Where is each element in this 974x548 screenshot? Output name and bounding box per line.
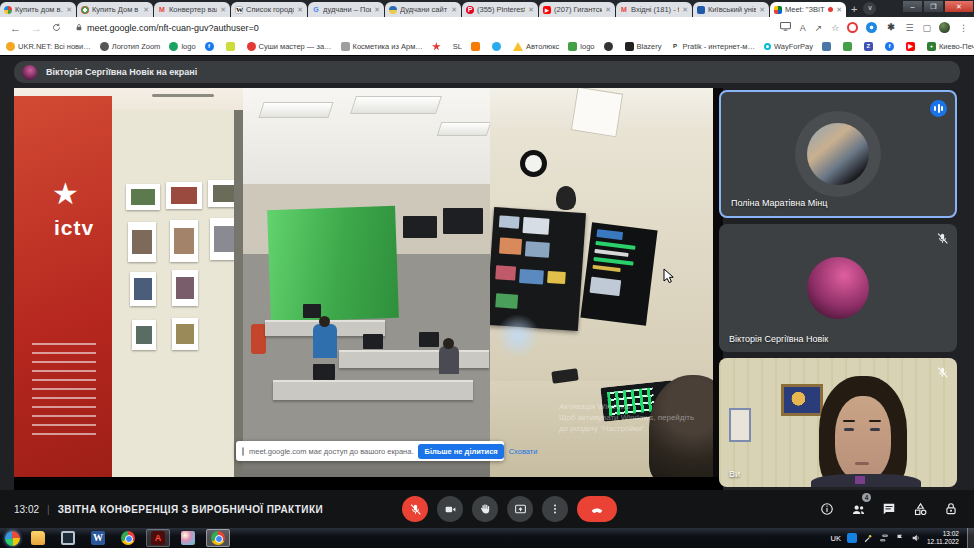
taskbar-explorer[interactable] xyxy=(26,529,50,547)
network-icon[interactable] xyxy=(879,533,889,543)
tab-wikipedia[interactable]: WСписок городо…✕ xyxy=(231,2,307,17)
tab-kupit-dom-1[interactable]: Купить дом в…✕ xyxy=(0,2,76,17)
bookmark-star-site[interactable] xyxy=(432,42,444,51)
tab-close-icon[interactable]: ✕ xyxy=(220,6,226,14)
extensions-puzzle-icon[interactable]: ✱ xyxy=(885,22,896,33)
action-center-flag-icon[interactable] xyxy=(895,533,905,543)
reading-list-icon[interactable]: ☰ xyxy=(905,23,913,33)
dark-object xyxy=(556,186,576,210)
tab-close-icon[interactable]: ✕ xyxy=(374,6,380,14)
bookmark-pratik[interactable]: PPratik - интернет-м… xyxy=(671,42,756,51)
bookmark-facebook[interactable]: f xyxy=(205,42,217,51)
bookmark-zoom[interactable]: Логотип Zoom xyxy=(100,42,161,51)
bookmark-autolux[interactable]: Автолюкс xyxy=(513,42,559,51)
raise-hand-button[interactable] xyxy=(472,496,498,522)
tab-gmail-inbox[interactable]: MВхідні (181) - t.u…✕ xyxy=(616,2,692,17)
window-minimize-button[interactable]: – xyxy=(902,0,923,13)
bookmark-logo[interactable]: logo xyxy=(169,42,195,51)
tab-close-icon[interactable]: ✕ xyxy=(451,6,457,14)
bookmark-youtube[interactable]: ▶ xyxy=(906,42,918,51)
omnibox[interactable]: meet.google.com/nft-cuan-guv?authuser=0 xyxy=(75,23,771,33)
tab-university[interactable]: Київський уніве…✕ xyxy=(693,2,769,17)
taskbar-paint[interactable] xyxy=(176,529,200,547)
mic-muted-button[interactable] xyxy=(402,496,428,522)
tab-youtube[interactable]: ▶(207) Гигантски…✕ xyxy=(539,2,615,17)
wall-picture xyxy=(729,408,751,442)
taskbar-chrome-active[interactable] xyxy=(206,529,230,547)
host-controls-button[interactable] xyxy=(942,494,960,524)
show-desktop-button[interactable] xyxy=(967,528,974,548)
tab-close-icon[interactable]: ✕ xyxy=(528,6,534,14)
taskbar-word[interactable]: W xyxy=(86,529,110,547)
tab-converter[interactable]: MКонвертер вал…✕ xyxy=(154,2,230,17)
window-close-button[interactable]: ✕ xyxy=(944,0,974,13)
refresh-icon[interactable] xyxy=(52,22,61,34)
back-icon[interactable]: ← xyxy=(10,22,21,34)
tab-close-icon[interactable]: ✕ xyxy=(66,6,72,14)
translate-icon[interactable]: A xyxy=(800,23,806,33)
hide-notice-link[interactable]: Сховати xyxy=(509,447,538,456)
extension-o-icon[interactable] xyxy=(847,22,858,33)
bookmark-lime[interactable] xyxy=(226,42,238,51)
window-maximize-button[interactable]: ❐ xyxy=(923,0,944,13)
tab-close-icon[interactable]: ✕ xyxy=(605,6,611,14)
tab-pinterest[interactable]: P(355) Pinterest✕ xyxy=(462,2,538,17)
tab-google-search[interactable]: Gдудчани – Пошу…✕ xyxy=(308,2,384,17)
bookmark-sushi-master[interactable]: Суши мастер — за… xyxy=(247,42,332,51)
bookmark-lavra[interactable]: +Киево-Печерская… xyxy=(927,42,974,51)
profile-avatar[interactable] xyxy=(939,22,950,33)
extension-globe-icon[interactable] xyxy=(866,22,877,33)
tab-close-icon[interactable]: ✕ xyxy=(836,6,842,14)
camera-button[interactable] xyxy=(437,496,463,522)
bookmark-facebook-2[interactable]: f xyxy=(885,42,897,51)
stop-sharing-button[interactable]: Більше не ділитися xyxy=(418,444,503,459)
bookmark-blazery[interactable]: Blazery xyxy=(625,42,662,51)
bookmark-sl[interactable]: SL xyxy=(453,42,462,51)
participants-button[interactable]: 4 xyxy=(849,494,867,524)
taskbar-clock[interactable]: 13:02 12.11.2022 xyxy=(927,530,959,546)
tab-close-icon[interactable]: ✕ xyxy=(682,6,688,14)
tab-search-chevron-icon[interactable]: ∨ xyxy=(863,2,876,15)
taskbar-chrome[interactable] xyxy=(116,529,140,547)
start-button[interactable] xyxy=(5,531,20,546)
bookmark-kosmetika[interactable]: Косметика из Арм… xyxy=(341,42,423,51)
tab-close-icon[interactable]: ✕ xyxy=(759,6,765,14)
share-icon[interactable]: ↗ xyxy=(815,23,823,33)
bookmark-logo-2[interactable]: logo xyxy=(568,42,594,51)
new-tab-button[interactable]: + xyxy=(851,3,857,15)
bookmark-cloud[interactable] xyxy=(604,42,616,51)
more-options-button[interactable] xyxy=(542,496,568,522)
bookmark-telegram[interactable] xyxy=(492,42,504,51)
bookmark-star-icon[interactable]: ☆ xyxy=(831,23,839,33)
self-video-tile[interactable]: Ви xyxy=(719,358,957,487)
bookmark-vk[interactable] xyxy=(822,42,834,51)
tab-close-icon[interactable]: ✕ xyxy=(143,6,149,14)
side-panel-icon[interactable]: ▢ xyxy=(922,23,931,33)
presenting-banner-text: Вікторія Сергіївна Новік на екрані xyxy=(46,67,197,77)
tray-tool-icon[interactable] xyxy=(863,533,873,543)
tab-kupit-dom-2[interactable]: Купить Дом в Ф…✕ xyxy=(77,2,153,17)
taskbar-acrobat[interactable]: A xyxy=(146,529,170,547)
participant-tile-polina[interactable]: Поліна Маратівна Мінц xyxy=(719,90,957,218)
leave-call-button[interactable] xyxy=(577,496,617,522)
teamviewer-icon[interactable] xyxy=(847,533,857,543)
tab-dudchany[interactable]: Дудчани сайт с…✕ xyxy=(385,2,461,17)
bookmark-wayforpay[interactable]: WayForPay xyxy=(764,42,813,51)
tab-sharing-icon[interactable] xyxy=(780,22,791,33)
bookmark-z[interactable]: Z xyxy=(864,42,876,51)
bookmark-green[interactable] xyxy=(843,42,855,51)
tab-meet-active[interactable]: Meet: "ЗВІТ…✕ xyxy=(770,2,846,17)
forward-icon[interactable]: → xyxy=(31,22,42,34)
bookmark-ukrnet[interactable]: UKR.NET: Всі нови… xyxy=(6,42,91,51)
chrome-menu-icon[interactable]: ⋮ xyxy=(959,23,968,33)
tab-close-icon[interactable]: ✕ xyxy=(297,6,303,14)
chat-button[interactable] xyxy=(880,494,898,524)
volume-icon[interactable] xyxy=(911,533,921,543)
present-screen-button[interactable] xyxy=(507,496,533,522)
taskbar-computer[interactable] xyxy=(56,529,80,547)
participant-tile-viktoria[interactable]: Вікторія Сергіївна Новік xyxy=(719,224,957,352)
activities-button[interactable] xyxy=(911,494,929,524)
bookmark-orange[interactable] xyxy=(471,42,483,51)
language-indicator[interactable]: UK xyxy=(831,534,841,543)
meeting-details-button[interactable] xyxy=(818,494,836,524)
